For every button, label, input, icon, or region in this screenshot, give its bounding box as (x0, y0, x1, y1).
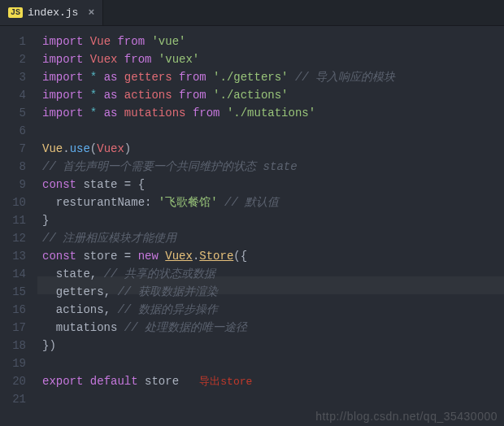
line-number: 7 (0, 140, 37, 158)
line-number: 14 (0, 265, 37, 283)
line-number: 1 (0, 33, 37, 50)
line-number: 19 (0, 354, 37, 372)
code-editor[interactable]: 1 2 3 4 5 6 7 8 9 10 11 12 13 14 15 16 1… (0, 26, 504, 426)
line-number: 4 (0, 86, 37, 104)
tab-filename: index.js (28, 7, 78, 19)
tab-bar: JS index.js × (0, 0, 504, 26)
code-line: // 首先声明一个需要一个共同维护的状态 state (42, 158, 504, 176)
line-number: 9 (0, 176, 37, 193)
close-icon[interactable]: × (88, 7, 94, 19)
code-line: actions, // 数据的异步操作 (42, 301, 504, 319)
code-line: mutations // 处理数据的唯一途径 (42, 319, 504, 337)
line-number: 21 (0, 390, 37, 408)
line-number: 10 (0, 193, 37, 211)
code-line: state, // 共享的状态或数据 (42, 265, 504, 283)
line-number: 16 (0, 301, 37, 319)
code-line: Vue.use(Vuex) (42, 140, 504, 158)
line-number: 20 (0, 372, 37, 390)
code-line: import * as mutations from './mutations' (42, 104, 504, 122)
code-line: }) (42, 337, 504, 354)
js-file-icon: JS (8, 7, 23, 18)
code-line: const store = new Vuex.Store({ (42, 247, 504, 265)
line-number: 13 (0, 247, 37, 265)
line-number: 15 (0, 283, 37, 301)
code-line: // 注册相应模块才能使用 (42, 229, 504, 247)
line-number: 17 (0, 319, 37, 337)
line-number: 18 (0, 337, 37, 354)
code-line: } (42, 211, 504, 229)
code-line (42, 390, 504, 408)
annotation-text: 导出store (199, 376, 252, 388)
tab-index-js[interactable]: JS index.js × (0, 0, 103, 25)
code-line: import Vuex from 'vuex' (42, 50, 504, 68)
line-number: 12 (0, 229, 37, 247)
code-line: import * as actions from './actions' (42, 86, 504, 104)
code-line (42, 354, 504, 372)
line-number-gutter: 1 2 3 4 5 6 7 8 9 10 11 12 13 14 15 16 1… (0, 26, 37, 426)
line-number: 8 (0, 158, 37, 176)
line-number: 5 (0, 104, 37, 122)
code-line: import * as getters from './getters' // … (42, 68, 504, 86)
line-number: 11 (0, 211, 37, 229)
line-number: 6 (0, 122, 37, 140)
watermark-text: http://blog.csdn.net/qq_35430000 (315, 410, 497, 423)
line-number: 2 (0, 50, 37, 68)
code-line: getters, // 获取数据并渲染 (42, 283, 504, 301)
code-area[interactable]: import Vue from 'vue' import Vuex from '… (37, 26, 504, 426)
code-line: export default store 导出store (42, 372, 504, 390)
code-line: import Vue from 'vue' (42, 33, 504, 50)
code-line (42, 122, 504, 140)
code-line: const state = { (42, 176, 504, 193)
line-number: 3 (0, 68, 37, 86)
code-line: resturantName: '飞歌餐馆' // 默认值 (42, 193, 504, 211)
